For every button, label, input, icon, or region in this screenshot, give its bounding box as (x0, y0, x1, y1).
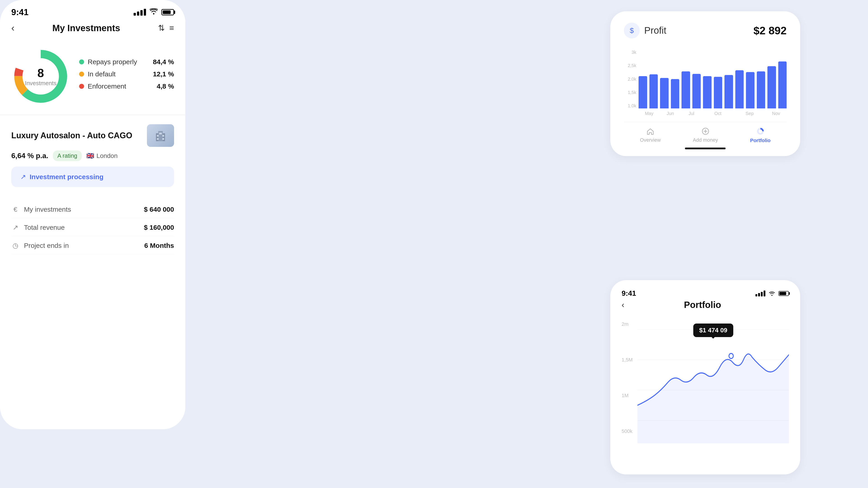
nav-label-portfolio: Portfolio (750, 138, 770, 143)
euro-icon: € (11, 205, 20, 213)
bar-nov-1 (767, 66, 776, 108)
add-circle-icon (702, 127, 710, 135)
location-flag: 🇬🇧 London (86, 152, 118, 160)
investment-processing-button[interactable]: ↗ Investment processing (11, 166, 174, 187)
legend-item-0: Repays properly 84,4 % (79, 58, 174, 66)
bar-jun-1 (660, 78, 669, 108)
home-icon (646, 127, 654, 135)
donut-legend: Repays properly 84,4 % In default 12,1 %… (79, 58, 174, 95)
page-title-left: My Investments (52, 23, 120, 33)
dollar-icon: $ (624, 23, 640, 38)
bar-oct-1 (703, 76, 712, 108)
x-label-jun: Jun (660, 111, 681, 116)
profit-card: $ Profit $2 892 3k 2,5k 2.0k 1,5k 1.0k (610, 11, 800, 156)
chart-point (729, 353, 733, 358)
svg-rect-7 (162, 135, 164, 137)
chart-section: 8 Investments Repays properly 84,4 % In … (0, 38, 185, 115)
x-label-jul: Jul (681, 111, 702, 116)
tooltip-value: $1 474 09 (699, 327, 727, 334)
nav-label-add-money: Add money (693, 137, 718, 143)
profit-value: $2 892 (753, 24, 786, 37)
bar-oct-3 (724, 75, 733, 108)
svg-rect-8 (157, 138, 159, 140)
filter-icon[interactable]: ≡ (169, 23, 174, 33)
uk-flag-icon: 🇬🇧 (86, 152, 94, 160)
stat-row-2: ◷ Project ends in 6 Months (11, 236, 174, 255)
portfolio-y-2: 1M (622, 393, 636, 398)
nav-overview[interactable]: Overview (640, 127, 661, 143)
portfolio-y-1: 1,5M (622, 357, 636, 363)
legend-pct-0: 84,4 % (153, 58, 174, 66)
notch (66, 0, 120, 11)
home-indicator-profit (685, 148, 725, 149)
profit-left: $ Profit (624, 23, 666, 38)
revenue-icon: ↗ (11, 223, 20, 231)
nav-label-overview: Overview (640, 137, 661, 143)
status-bar-portfolio: 9:41 (622, 289, 789, 297)
stat-row-0: € My investments $ 640 000 (11, 201, 174, 219)
tooltip-arrow (712, 337, 715, 340)
stat-value-0: $ 640 000 (144, 205, 174, 213)
bottom-nav-profit: Overview Add money Portfolio (624, 122, 786, 143)
bar-may-2 (649, 74, 658, 108)
portfolio-icon (756, 127, 765, 136)
bar-sep-1 (735, 70, 744, 108)
svg-point-16 (772, 295, 773, 296)
y-label-2: 2.0k (624, 76, 636, 82)
bar-nov-2 (778, 61, 787, 108)
bar-sep-3 (757, 71, 765, 108)
stat-label-0: My investments (24, 205, 71, 213)
x-label-oct: Oct (702, 111, 734, 116)
donut-label: Investments (25, 80, 57, 87)
portfolio-title: Portfolio (684, 300, 721, 310)
svg-point-15 (758, 129, 762, 133)
svg-rect-9 (162, 138, 164, 140)
bar-chart: 3k 2,5k 2.0k 1,5k 1.0k May Jun (624, 50, 786, 118)
portfolio-y-0: 2m (622, 321, 636, 327)
nav-add-money[interactable]: Add money (693, 127, 718, 143)
portfolio-card: 9:41 ‹ Portfolio 2m 1 (610, 280, 800, 475)
bars-container (639, 50, 786, 108)
x-label-may: May (639, 111, 660, 116)
nav-bar-left: ‹ My Investments ⇅ ≡ (0, 18, 185, 38)
legend-dot-orange (79, 72, 84, 76)
bar-oct-2 (714, 77, 722, 108)
legend-dot-red (79, 84, 84, 89)
stat-label-2: Project ends in (24, 242, 69, 250)
inv-image (147, 124, 174, 147)
wifi-icon (150, 8, 158, 17)
y-label-3: 1,5k (624, 90, 636, 95)
back-button-portfolio[interactable]: ‹ (622, 300, 624, 310)
legend-item-2: Enforcement 4,8 % (79, 83, 174, 90)
signal-icon (133, 9, 146, 15)
stat-label-1: Total revenue (24, 224, 65, 231)
inv-title: Luxury Autosalon - Auto CAGO (11, 131, 147, 140)
inv-meta: 6,64 % p.a. A rating 🇬🇧 London (11, 151, 174, 161)
back-button-left[interactable]: ‹ (11, 23, 14, 33)
nav-portfolio[interactable]: Portfolio (750, 127, 770, 143)
legend-label-2: Enforcement (88, 83, 126, 90)
y-label-1: 2,5k (624, 63, 636, 68)
legend-label-0: Repays properly (88, 58, 137, 66)
y-axis-labels: 3k 2,5k 2.0k 1,5k 1.0k (624, 50, 636, 108)
investment-item: Luxury Autosalon - Auto CAGO (0, 115, 185, 196)
inv-rate: 6,64 % p.a. (11, 152, 49, 160)
profit-title: Profit (644, 25, 666, 36)
status-icons-left (133, 8, 174, 17)
legend-pct-1: 12,1 % (153, 70, 174, 78)
stat-value-1: $ 160,000 (144, 224, 174, 231)
signal-icon-portfolio (755, 291, 765, 296)
svg-point-0 (153, 13, 154, 14)
location-label: London (96, 152, 118, 160)
status-icons-portfolio (755, 291, 789, 296)
y-label-4: 1.0k (624, 103, 636, 108)
legend-label-1: In default (88, 70, 116, 78)
svg-rect-5 (158, 131, 163, 141)
legend-dot-green (79, 59, 84, 64)
y-label-0: 3k (624, 50, 636, 55)
stat-value-2: 6 Months (144, 242, 174, 250)
sort-icon[interactable]: ⇅ (158, 23, 165, 33)
building-thumbnail (147, 124, 174, 147)
portfolio-y-labels: 2m 1,5M 1M 500k (622, 321, 636, 434)
legend-item-1: In default 12,1 % (79, 70, 174, 78)
